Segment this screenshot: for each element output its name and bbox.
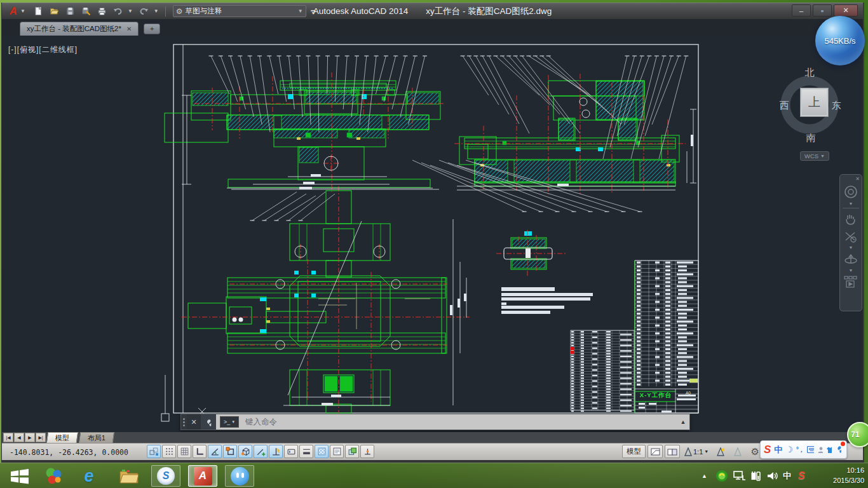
last-tab-button[interactable]: ▶|	[36, 433, 46, 442]
toggle-transparency[interactable]	[315, 445, 329, 458]
toggle-object-snap[interactable]	[223, 445, 237, 458]
ime-fullhalf-toggle[interactable]: ☽	[785, 445, 793, 454]
close-button[interactable]: ✕	[834, 4, 858, 17]
annotation-scale-control[interactable]: 1:1 ▼	[682, 445, 711, 458]
toggle-annotation-monitor[interactable]	[360, 445, 374, 458]
viewcube[interactable]: 北 西 东 南 上 WCS▼	[780, 66, 843, 200]
chevron-down-icon[interactable]: ▼	[298, 8, 303, 14]
viewcube-top-face[interactable]: 上	[800, 88, 829, 117]
ime-language-toggle[interactable]: 中	[774, 444, 782, 456]
ime-profile-icon[interactable]	[817, 446, 823, 454]
toggle-grid-display[interactable]	[177, 445, 191, 458]
new-tab-button[interactable]: +	[144, 24, 160, 34]
tray-volume-icon[interactable]	[766, 463, 779, 488]
toggle-snap-mode[interactable]	[162, 445, 176, 458]
titlebar[interactable]: A ▼ ▼ ▼ ⚙ 草图与注释 ▼ ▬▼ Autodesk AutoCAD 20…	[2, 3, 863, 19]
viewport-controls-label[interactable]: [-][俯视][二维线框]	[8, 44, 78, 55]
soft-keyboard-icon[interactable]	[807, 446, 814, 453]
model-space-button[interactable]: 模型	[622, 445, 646, 458]
open-file-button[interactable]	[48, 5, 62, 18]
annotation-visibility-button[interactable]	[713, 445, 728, 458]
redo-dropdown-icon[interactable]: ▼	[154, 8, 159, 14]
toggle-object-snap-tracking[interactable]	[254, 445, 268, 458]
viewcube-east-label[interactable]: 东	[832, 100, 841, 112]
next-tab-button[interactable]: ▶	[25, 433, 35, 442]
ime-punctuation-toggle[interactable]: °，	[796, 445, 804, 454]
ime-skin-icon[interactable]	[826, 446, 832, 454]
drawing-canvas[interactable]: [-][俯视][二维线框] 北 西 东 南 上 WCS▼ ✕ ▼ ▼ ▼	[2, 36, 863, 432]
zoom-icon[interactable]	[844, 231, 858, 243]
tray-network-icon[interactable]	[732, 463, 746, 488]
undo-button[interactable]	[111, 5, 125, 18]
showmotion-icon[interactable]	[843, 275, 858, 289]
command-line-grip[interactable]	[181, 414, 187, 430]
pan-hand-icon[interactable]	[844, 213, 858, 226]
taskbar-security-suite-icon[interactable]	[39, 465, 67, 487]
navigation-wheel-icon[interactable]	[843, 184, 858, 200]
orbit-icon[interactable]	[843, 252, 858, 266]
viewcube-south-label[interactable]: 南	[806, 132, 816, 144]
new-file-button[interactable]	[32, 5, 46, 18]
save-as-button[interactable]	[79, 5, 93, 18]
toggle-quick-properties[interactable]	[330, 445, 344, 458]
toggle-ortho-mode[interactable]	[193, 445, 207, 458]
viewcube-west-label[interactable]: 西	[780, 100, 789, 112]
undo-dropdown-icon[interactable]: ▼	[128, 8, 133, 14]
toggle-dynamic-input[interactable]	[284, 445, 298, 458]
redo-button[interactable]	[137, 5, 151, 18]
toggle-lineweight[interactable]	[299, 445, 313, 458]
taskbar-wangwang-button[interactable]	[225, 465, 254, 487]
tray-360-icon[interactable]	[715, 463, 728, 488]
taskbar-ie-icon[interactable]: e	[75, 465, 103, 487]
orbit-dropdown-icon[interactable]: ▼	[849, 269, 853, 273]
plot-button[interactable]	[95, 5, 109, 18]
command-line[interactable]: ✕ >_▼ 键入命令 ▲	[180, 414, 690, 430]
command-history-icon[interactable]: ▲	[677, 414, 689, 430]
file-tab-active[interactable]: xy工作台 - 装配图CAD图纸2* ✕	[20, 22, 139, 36]
tab-close-icon[interactable]: ✕	[126, 25, 132, 32]
command-prompt-icon[interactable]: >_▼	[220, 416, 239, 428]
tab-layout1[interactable]: 布局1	[79, 432, 115, 443]
zoom-dropdown-icon[interactable]: ▼	[849, 246, 853, 250]
maximize-button[interactable]: ▫	[813, 4, 832, 17]
minimize-button[interactable]: –	[792, 4, 811, 17]
tray-ime-icon[interactable]: S	[798, 463, 805, 488]
wcs-menu-button[interactable]: WCS▼	[800, 151, 829, 161]
annotation-scale-dropdown-icon[interactable]: ▼	[704, 449, 709, 454]
first-tab-button[interactable]: |◀	[3, 433, 13, 442]
prev-tab-button[interactable]: ◀	[14, 433, 24, 442]
qat-customize-button[interactable]: ▬▼	[308, 5, 318, 17]
toggle-polar-tracking[interactable]	[208, 445, 222, 458]
ime-tools-icon[interactable]	[835, 444, 843, 456]
autocad-logo-icon[interactable]: A	[7, 6, 20, 17]
toggle-selection-cycling[interactable]	[345, 445, 359, 458]
ime-toolbar[interactable]: S 中 ☽ °，	[760, 440, 847, 459]
taskbar-sogou-browser-button[interactable]: S	[151, 465, 180, 487]
viewcube-north-label[interactable]: 北	[805, 67, 815, 79]
taskbar-explorer-icon[interactable]	[114, 465, 144, 487]
toggle-infer-constraints[interactable]	[147, 445, 161, 458]
taskbar-clock[interactable]: 10:16 2015/3/30	[833, 465, 864, 485]
pc-health-score-ball[interactable]: 71	[847, 422, 868, 447]
toggle-dynamic-ucs[interactable]	[269, 445, 283, 458]
taskbar-autocad-button[interactable]: A	[188, 465, 217, 487]
start-button[interactable]	[5, 465, 34, 487]
quick-view-drawings-button[interactable]	[665, 445, 680, 458]
navbar-close-icon[interactable]: ✕	[855, 176, 860, 182]
command-line-close-icon[interactable]: ✕	[187, 414, 201, 430]
workspace-selector[interactable]: ⚙ 草图与注释 ▼	[173, 5, 306, 17]
tray-power-icon[interactable]	[750, 463, 761, 488]
net-speed-float-ball[interactable]: 545KB/s	[815, 16, 865, 65]
quick-view-layouts-button[interactable]	[648, 445, 663, 458]
app-menu-arrow-icon[interactable]: ▼	[20, 8, 25, 14]
navbar-dropdown-icon[interactable]: ▼	[849, 202, 853, 206]
toggle-3d-object-snap[interactable]	[238, 445, 252, 458]
autoscale-annotations-button[interactable]	[730, 445, 745, 458]
sogou-logo-icon[interactable]: S	[764, 444, 771, 456]
coordinate-readout[interactable]: -140.8031, -26.4263, 0.0000	[4, 446, 143, 458]
command-input[interactable]: 键入命令	[239, 414, 677, 430]
navigation-bar[interactable]: ✕ ▼ ▼ ▼	[839, 174, 862, 311]
tray-language-icon[interactable]: 中	[783, 463, 791, 488]
tray-show-hidden-icon[interactable]: ▲	[702, 463, 707, 488]
tab-model[interactable]: 模型	[46, 432, 78, 443]
